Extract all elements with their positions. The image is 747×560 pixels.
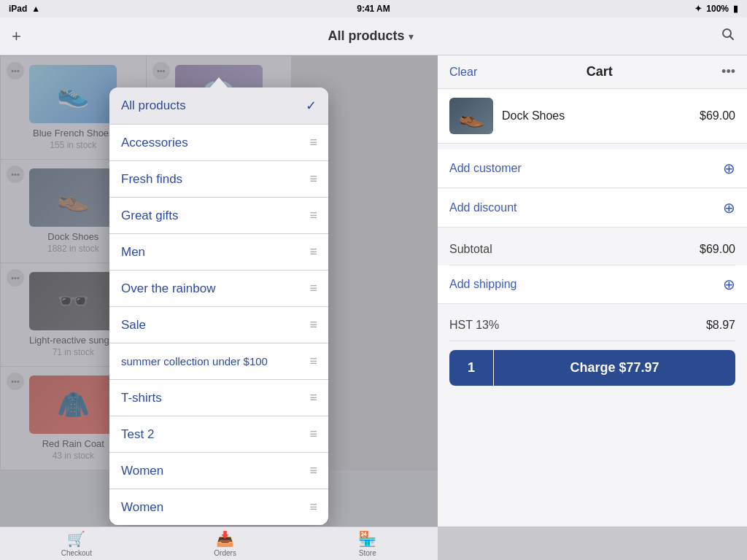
tab-checkout[interactable]: 🛒 Checkout	[61, 530, 92, 557]
dropdown-label-great-gifts: Great gifts	[121, 209, 178, 223]
wifi-icon: ▲	[31, 4, 40, 14]
cart-item-price: $69.00	[700, 109, 735, 122]
dropdown-item-women[interactable]: Women	[109, 453, 328, 489]
add-discount-row[interactable]: Add discount ⊕	[438, 189, 747, 228]
battery-icon: ▮	[733, 4, 738, 14]
tax-row: HST 13% $8.97	[449, 310, 735, 341]
cart-item-name: Dock Shoes	[502, 109, 691, 122]
dropdown-right-women-2	[309, 499, 317, 515]
drag-handle-over-the-rainbow	[309, 281, 317, 296]
drag-handle-test-2	[309, 427, 317, 442]
orders-label: Orders	[214, 549, 236, 557]
dropdown-label-over-the-rainbow: Over the rainbow	[121, 281, 215, 296]
dropdown-arrow-icon: ▾	[409, 31, 414, 42]
drag-handle-men	[309, 244, 317, 260]
charge-qty[interactable]: 1	[449, 350, 493, 386]
dropdown-right-over-the-rainbow	[309, 281, 317, 296]
dropdown-right-sale	[309, 317, 317, 332]
dropdown-label-men: Men	[121, 245, 145, 260]
subtotal-value: $69.00	[700, 243, 735, 256]
dropdown-item-fresh-finds[interactable]: Fresh finds	[109, 161, 328, 198]
tax-label: HST 13%	[449, 319, 499, 332]
dropdown-right-test-2	[309, 427, 317, 442]
tab-bar: 🛒 Checkout 📥 Orders 🏪 Store	[0, 526, 438, 560]
dropdown-right-fresh-finds	[309, 171, 317, 187]
checkout-label: Checkout	[61, 549, 92, 557]
orders-icon: 📥	[216, 530, 234, 548]
cart-item-image: 👞	[449, 98, 493, 134]
cart-clear-button[interactable]: Clear	[449, 66, 477, 79]
dropdown-label-fresh-finds: Fresh finds	[121, 172, 182, 187]
subtotal-row: Subtotal $69.00	[449, 234, 735, 265]
dropdown-label-summer-collection: summer collection under $100	[121, 355, 268, 368]
store-label: Store	[359, 549, 376, 557]
add-customer-label: Add customer	[449, 162, 522, 175]
dropdown-item-great-gifts[interactable]: Great gifts	[109, 198, 328, 234]
nav-bar: + All products ▾	[0, 18, 747, 55]
drag-handle-women	[309, 463, 317, 478]
store-icon: 🏪	[358, 530, 376, 548]
dropdown-right-men	[309, 244, 317, 260]
battery-label: 100%	[706, 4, 729, 14]
tab-store[interactable]: 🏪 Store	[358, 530, 376, 557]
tab-orders[interactable]: 📥 Orders	[214, 530, 236, 557]
dropdown-item-men[interactable]: Men	[109, 234, 328, 271]
dropdown-item-women-2[interactable]: Women	[109, 489, 328, 525]
drag-handle-sale	[309, 317, 317, 332]
dropdown-item-all-products[interactable]: All products ✓	[109, 88, 328, 125]
drag-handle-accessories	[309, 135, 317, 150]
status-right: ✦ 100% ▮	[694, 4, 738, 14]
status-bar: iPad ▲ 9:41 AM ✦ 100% ▮	[0, 0, 747, 18]
cart-title: Cart	[587, 64, 613, 79]
add-customer-row[interactable]: Add customer ⊕	[438, 149, 747, 188]
subtotal-label: Subtotal	[449, 243, 492, 256]
dropdown-item-test-2[interactable]: Test 2	[109, 416, 328, 453]
dropdown-right-all-products: ✓	[306, 98, 317, 114]
dropdown-label-women-2: Women	[121, 500, 163, 515]
dropdown-right-great-gifts	[309, 208, 317, 223]
cart-item-dock-shoes[interactable]: 👞 Dock Shoes $69.00	[438, 89, 747, 144]
cart-spacer	[438, 144, 747, 149]
dropdown-label-t-shirts: T-shirts	[121, 391, 162, 405]
dropdown-check-all-products: ✓	[306, 98, 317, 114]
dropdown-item-summer-collection[interactable]: summer collection under $100	[109, 343, 328, 380]
nav-center[interactable]: All products ▾	[328, 28, 414, 44]
status-left: iPad ▲	[9, 4, 40, 14]
drag-handle-women-2	[309, 499, 317, 515]
dropdown-right-accessories	[309, 135, 317, 150]
dropdown-label-women: Women	[121, 464, 163, 478]
dropdown-item-sale[interactable]: Sale	[109, 307, 328, 343]
dropdown-arrow-shape	[210, 77, 228, 88]
nav-title: All products	[328, 28, 404, 44]
nav-left: +	[12, 27, 21, 46]
svg-line-1	[730, 36, 734, 39]
cart-tax-totals: HST 13% $8.97	[438, 310, 747, 341]
drag-handle-summer-collection	[309, 354, 317, 369]
dropdown-item-t-shirts[interactable]: T-shirts	[109, 380, 328, 416]
search-icon	[721, 27, 735, 42]
main-content: ••• 👟 Blue French Shoes 155 in stock •••…	[0, 55, 747, 526]
status-time: 9:41 AM	[357, 4, 390, 14]
drag-handle-fresh-finds	[309, 171, 317, 187]
left-panel: ••• 👟 Blue French Shoes 155 in stock •••…	[0, 55, 438, 526]
dropdown-item-over-the-rainbow[interactable]: Over the rainbow	[109, 271, 328, 307]
dropdown-item-accessories[interactable]: Accessories	[109, 125, 328, 161]
drag-handle-great-gifts	[309, 208, 317, 223]
add-shipping-row[interactable]: Add shipping ⊕	[438, 265, 747, 304]
dropdown-label-test-2: Test 2	[121, 427, 154, 442]
bluetooth-icon: ✦	[694, 4, 702, 14]
add-button[interactable]: +	[12, 27, 21, 46]
search-button[interactable]	[721, 27, 735, 46]
charge-section: 1 Charge $77.97	[449, 350, 735, 386]
charge-button[interactable]: Charge $77.97	[494, 350, 735, 386]
add-shipping-icon: ⊕	[723, 276, 735, 293]
dropdown-right-summer-collection	[309, 354, 317, 369]
add-discount-label: Add discount	[449, 201, 517, 214]
cart-more-button[interactable]: •••	[721, 64, 735, 79]
checkout-icon: 🛒	[67, 530, 85, 548]
dropdown-right-women	[309, 463, 317, 478]
cart-totals: Subtotal $69.00	[438, 234, 747, 265]
dropdown-label-sale: Sale	[121, 318, 146, 332]
cart-header: Clear Cart •••	[438, 55, 747, 89]
add-shipping-label: Add shipping	[449, 278, 517, 291]
